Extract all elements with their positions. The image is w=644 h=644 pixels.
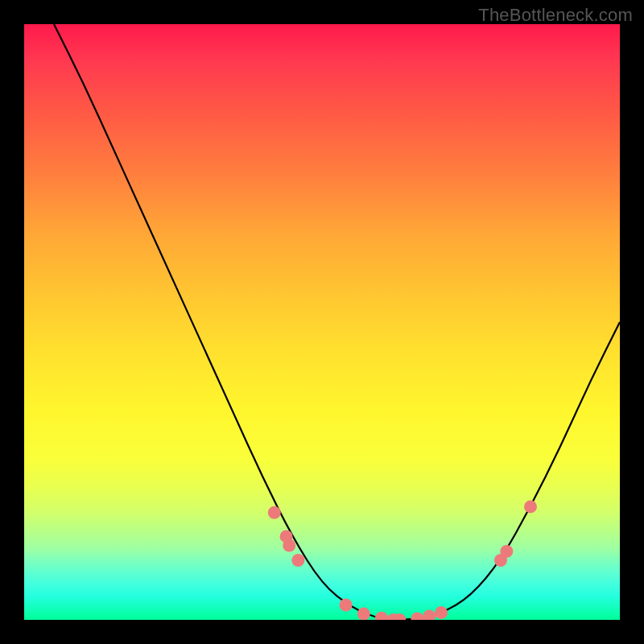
chart-marker xyxy=(340,599,353,612)
chart-marker xyxy=(375,612,388,620)
watermark-text: TheBottleneck.com xyxy=(478,5,633,26)
chart-markers xyxy=(268,500,537,620)
chart-marker xyxy=(357,608,370,620)
chart-marker xyxy=(268,506,281,519)
chart-marker xyxy=(524,500,537,513)
chart-overlay-svg xyxy=(24,24,620,620)
chart-marker xyxy=(435,606,448,619)
chart-plot-area xyxy=(24,24,620,620)
chart-marker xyxy=(500,545,513,558)
chart-marker xyxy=(423,610,436,620)
chart-marker xyxy=(291,554,304,567)
chart-marker xyxy=(411,613,423,620)
bottleneck-curve xyxy=(54,24,620,620)
chart-marker xyxy=(283,539,295,552)
